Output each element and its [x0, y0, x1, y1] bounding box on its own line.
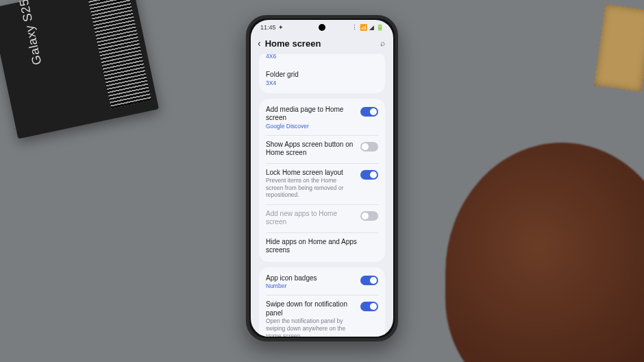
add-media-row[interactable]: Add media page to Home screen Google Dis… [259, 100, 385, 135]
screen: 11:45 ✦ ⋮ 📶 ◢ 🔋 ‹ Home screen ⌕ 4X6 Fold… [251, 20, 393, 337]
status-time: 11:45 [260, 24, 276, 31]
box-barcode [87, 0, 151, 109]
home-grid-block[interactable]: 4X6 Folder grid 3X4 [259, 54, 385, 93]
page-title: Home screen [265, 38, 376, 49]
app-icon-badges-toggle[interactable] [360, 276, 378, 285]
box-logo: Galaxy S25 Ultra [10, 0, 45, 67]
add-media-title: Add media page to Home screen [266, 106, 355, 123]
show-apps-button-row[interactable]: Show Apps screen button on Home screen [259, 135, 385, 163]
swipe-down-title: Swipe down for notification panel [266, 300, 355, 317]
status-battery-icon: 🔋 [376, 24, 384, 31]
swipe-down-toggle[interactable] [360, 302, 378, 311]
status-misc-icon: ✦ [278, 24, 284, 31]
lower-settings-block: App icon badges Number Swipe down for no… [259, 267, 385, 337]
app-icon-badges-title: App icon badges [266, 274, 355, 283]
lock-layout-toggle[interactable] [360, 170, 378, 180]
status-signal-icon: 📶 [360, 24, 367, 31]
phone-body: 11:45 ✦ ⋮ 📶 ◢ 🔋 ‹ Home screen ⌕ 4X6 Fold… [246, 15, 398, 341]
hand [445, 143, 644, 362]
back-button[interactable]: ‹ [258, 38, 261, 49]
main-settings-block: Add media page to Home screen Google Dis… [259, 99, 385, 262]
product-box: Galaxy S25 Ultra [0, 0, 159, 139]
header: ‹ Home screen ⌕ [251, 35, 393, 54]
app-icon-badges-subtitle: Number [266, 282, 355, 289]
folder-grid-value: 3X4 [266, 80, 378, 86]
wood-prop [594, 4, 644, 93]
show-apps-button-title: Show Apps screen button on Home screen [266, 141, 355, 158]
add-new-apps-title: Add new apps to Home screen [266, 210, 355, 227]
folder-grid-row[interactable]: Folder grid 3X4 [259, 65, 385, 92]
show-apps-button-toggle[interactable] [360, 142, 378, 152]
folder-grid-title: Folder grid [266, 71, 378, 80]
app-icon-badges-row[interactable]: App icon badges Number [259, 269, 385, 295]
lock-layout-title: Lock Home screen layout [266, 169, 355, 178]
home-grid-value: 4X6 [259, 54, 385, 65]
add-new-apps-row: Add new apps to Home screen [259, 204, 385, 232]
settings-list[interactable]: 4X6 Folder grid 3X4 Add media page to Ho… [251, 54, 393, 337]
add-new-apps-toggle [360, 211, 378, 221]
lock-layout-row[interactable]: Lock Home screen layout Prevent items on… [259, 163, 385, 204]
hide-apps-title: Hide apps on Home and Apps screens [266, 238, 378, 255]
hide-apps-row[interactable]: Hide apps on Home and Apps screens [259, 232, 385, 261]
add-media-subtitle: Google Discover [266, 123, 355, 130]
status-icon: ⋮ [351, 24, 358, 31]
front-camera [319, 24, 325, 31]
search-icon[interactable]: ⌕ [380, 38, 385, 48]
swipe-down-subtitle: Open the notification panel by swiping d… [266, 317, 355, 337]
lock-layout-subtitle: Prevent items on the Home screen from be… [266, 177, 355, 199]
add-media-toggle[interactable] [360, 107, 378, 117]
swipe-down-row[interactable]: Swipe down for notification panel Open t… [259, 295, 385, 337]
status-data-icon: ◢ [369, 24, 374, 31]
